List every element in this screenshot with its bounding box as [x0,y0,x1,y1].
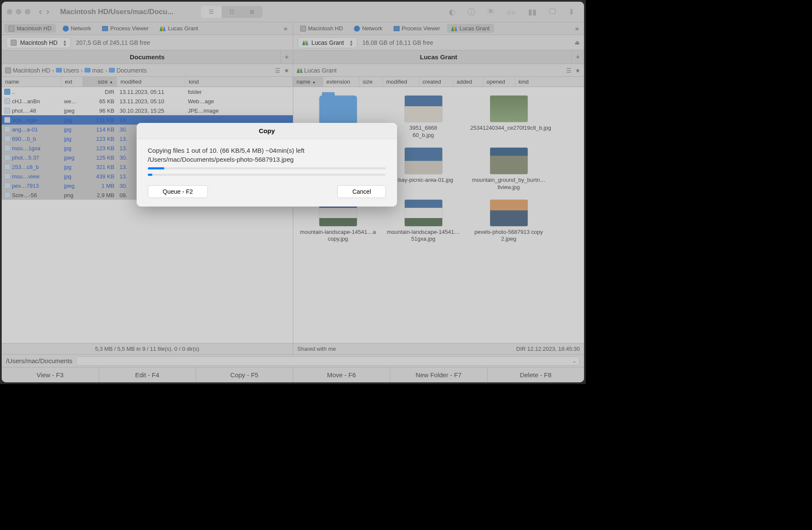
col-name[interactable]: name [2,77,61,87]
tab-label: Lucas Grant [168,25,198,32]
icon-item[interactable]: mountain-landscape-14541…51gxa.jpg [383,200,464,243]
fn-new[interactable]: New Folder - F7 [390,367,488,382]
file-kind: Web…age [185,98,237,105]
tab-process-viewer[interactable]: Process Viewer [389,24,444,33]
column-view-icon[interactable]: ☷ [222,6,242,18]
close-icon[interactable] [7,9,12,15]
file-name: phot….48 [12,108,36,114]
breadcrumb-segment[interactable]: Lucas Grant [297,67,337,74]
tabs-overflow-icon[interactable]: » [281,25,290,32]
col-created[interactable]: created [419,77,453,87]
col-opened[interactable]: opened [483,77,515,87]
right-volume-selector[interactable]: Lucas Grant ▴▾ [298,37,357,48]
grid-view-icon[interactable]: ⊞ [242,6,263,18]
tab-label: Macintosh HD [17,25,52,32]
favorite-icon[interactable]: ★ [284,67,289,74]
file-row[interactable]: ..DIR13.11.2023, 05:11folder [2,87,293,96]
fn-delete[interactable]: Delete - F8 [488,367,584,382]
col-modified[interactable]: modified [383,77,419,87]
file-size: 2,9 MB [83,192,117,198]
col-name[interactable]: name▲ [293,77,323,87]
file-row[interactable]: phot….48jpeg96 KB30.10.2023, 15:25JPE…im… [2,106,293,115]
file-row[interactable]: cHJ…anBnwe…65 KB13.11.2023, 05:10Web…age [2,96,293,106]
forward-icon[interactable]: › [46,6,49,17]
tab-lucas-grant[interactable]: Lucas Grant [155,24,202,33]
tab-lucas-grant[interactable]: Lucas Grant [447,24,494,33]
zoom-icon[interactable] [25,9,30,15]
list-mode-icon[interactable]: ☰ [275,67,280,74]
download-icon[interactable]: ⬇ [568,7,575,17]
add-tab-icon[interactable]: ＋ [280,50,293,64]
info-icon[interactable]: ⓘ [467,7,475,17]
tab-label: Macintosh HD [308,25,343,32]
path-command-row: /Users/mac/Documents ⌄ [2,354,584,367]
breadcrumb-segment[interactable]: Documents [109,67,147,74]
back-icon[interactable]: ‹ [39,6,42,17]
fn-view[interactable]: View - F3 [2,367,99,382]
list-view-icon[interactable]: ☰ [201,6,222,18]
folder-icon [85,68,91,73]
col-kind[interactable]: kind [185,77,293,87]
function-buttons: View - F3Edit - F4Copy - F5Move - F6New … [2,367,584,382]
thumbnail [490,200,528,226]
breadcrumb-segment[interactable]: mac [85,67,103,74]
file-icon [4,126,10,132]
display-icon[interactable]: 🖵 [549,7,556,16]
thumbnail [405,96,442,122]
fn-edit[interactable]: Edit - F4 [99,367,196,382]
add-tab-icon[interactable]: ＋ [571,50,584,64]
col-added[interactable]: added [453,77,483,87]
tab-macintosh-hd[interactable]: Macintosh HD [296,24,348,33]
icon-item[interactable]: pexels-photo-5687913 copy 2.jpeg [468,200,549,243]
breadcrumb-actions: ☰★ [566,67,581,74]
updown-icon: ▴▾ [64,39,66,46]
toggle-switch-icon[interactable]: ◐ [449,7,456,17]
minimize-icon[interactable] [16,9,21,15]
command-input[interactable]: ⌄ [76,356,580,366]
view-mode-segment[interactable]: ☰ ☷ ⊞ [201,6,263,18]
icon-item[interactable]: 25341240344_ce270f19c8_b.jpg [468,96,549,139]
file-name: cHJ…anBn [12,98,40,105]
col-ext[interactable]: ext [61,77,83,87]
eject-icon[interactable]: ⏏ [575,39,580,46]
icon-item[interactable]: mountain_ground_by_burtn…llview.jpg [468,148,549,191]
file-icon [4,89,10,95]
col-size[interactable]: size▲ [83,77,117,87]
breadcrumb-segment[interactable]: Macintosh HD [5,67,50,74]
right-section-label: Lucas Grant [420,53,457,61]
col-size[interactable]: size [359,77,383,87]
breadcrumb-segment[interactable]: Users [56,67,79,74]
tab-network[interactable]: Network [58,24,96,33]
file-icon [4,192,10,198]
left-volume-selector[interactable]: Macintosh HD ▴▾ [6,37,71,48]
list-mode-icon[interactable]: ☰ [566,67,572,74]
file-name: 690…0_b [12,136,36,142]
binoculars-icon[interactable]: ⌕⌕ [507,7,516,16]
favorite-icon[interactable]: ★ [575,67,581,74]
right-headers: name▲ extension size modified created ad… [293,77,584,87]
file-size: 123 KB [83,145,117,151]
preview-icon[interactable]: 👁 [487,7,495,16]
file-size: 65 KB [83,98,117,105]
cancel-button[interactable]: Cancel [337,185,386,198]
queue-button[interactable]: Queue - F2 [148,185,208,198]
tabs-overflow-icon[interactable]: » [572,25,581,32]
fn-copy[interactable]: Copy - F5 [196,367,293,382]
tabs-row: Macintosh HDNetworkProcess ViewerLucas G… [2,22,584,35]
right-status-left: Shared with me [298,346,336,352]
tab-network[interactable]: Network [350,24,387,33]
col-kind[interactable]: kind [515,77,584,87]
col-extension[interactable]: extension [323,77,359,87]
right-tabs: Macintosh HDNetworkProcess ViewerLucas G… [293,22,584,35]
tab-process-viewer[interactable]: Process Viewer [98,24,153,33]
fn-move[interactable]: Move - F6 [293,367,391,382]
col-modified[interactable]: modified [117,77,185,87]
split-icon[interactable]: ▮▮ [528,7,537,17]
chevron-right-icon: › [81,67,83,74]
dialog-body: Copying files 1 out of 10. (66 KB/5,4 MB… [137,139,397,207]
dropdown-icon[interactable]: ⌄ [572,358,577,364]
left-section: Documents ＋ [2,50,293,64]
globe-icon [63,26,69,32]
breadcrumb-actions: ☰★ [275,67,289,74]
tab-macintosh-hd[interactable]: Macintosh HD [4,24,56,33]
